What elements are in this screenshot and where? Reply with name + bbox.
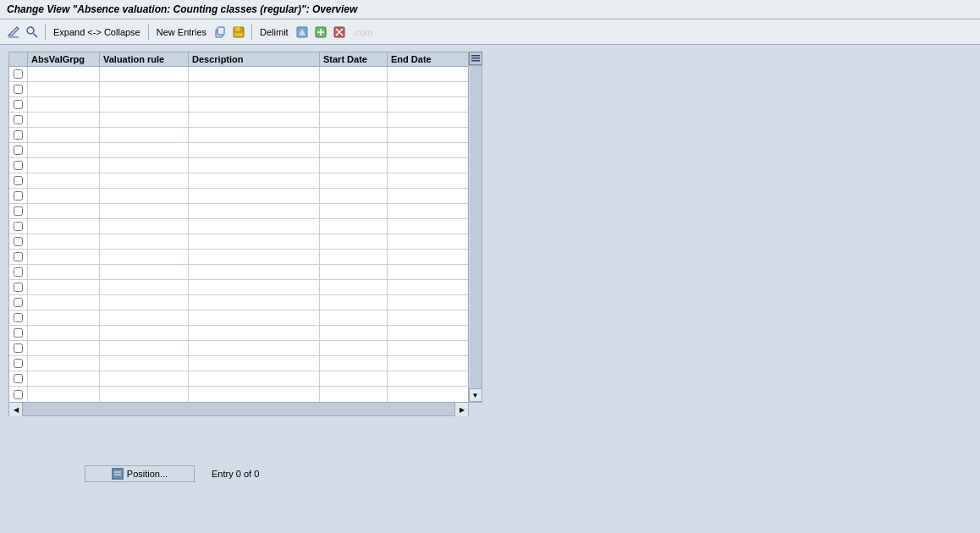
row-checkbox[interactable] xyxy=(9,128,28,142)
row-checkbox[interactable] xyxy=(9,387,28,402)
row-checkbox[interactable] xyxy=(9,173,28,188)
row-checkbox[interactable] xyxy=(9,356,28,371)
cell-desc[interactable] xyxy=(189,356,320,371)
cell-valrule[interactable] xyxy=(100,326,189,340)
cell-valrule[interactable] xyxy=(100,158,189,173)
cell-startdate[interactable] xyxy=(320,326,388,340)
cell-startdate[interactable] xyxy=(320,204,388,218)
cell-enddate[interactable] xyxy=(388,356,454,371)
copy-icon[interactable] xyxy=(212,24,228,41)
cell-desc[interactable] xyxy=(189,265,320,279)
row-checkbox[interactable] xyxy=(9,67,28,81)
cell-startdate[interactable] xyxy=(320,387,388,402)
cell-valrule[interactable] xyxy=(100,128,189,142)
cell-desc[interactable] xyxy=(189,371,320,386)
cell-startdate[interactable] xyxy=(320,356,388,371)
cell-desc[interactable] xyxy=(189,204,320,218)
cell-absvalgrp[interactable] xyxy=(28,143,100,157)
cell-startdate[interactable] xyxy=(320,128,388,142)
cell-absvalgrp[interactable] xyxy=(28,82,100,96)
cell-enddate[interactable] xyxy=(388,265,454,279)
cell-desc[interactable] xyxy=(189,143,320,157)
table-scrollbar[interactable]: ▲ ▼ xyxy=(468,52,482,402)
cell-absvalgrp[interactable] xyxy=(28,67,100,81)
cell-startdate[interactable] xyxy=(320,295,388,310)
table-row[interactable] xyxy=(9,356,468,371)
cell-startdate[interactable] xyxy=(320,234,388,249)
cell-startdate[interactable] xyxy=(320,189,388,203)
cell-desc[interactable] xyxy=(189,158,320,173)
cell-startdate[interactable] xyxy=(320,158,388,173)
cell-valrule[interactable] xyxy=(100,219,189,234)
delimit-button[interactable]: Delimit xyxy=(256,26,292,38)
expand-collapse-button[interactable]: Expand <-> Collapse xyxy=(50,26,144,38)
edit-mode-icon[interactable] xyxy=(5,24,22,41)
row-checkbox[interactable] xyxy=(9,250,28,264)
cell-enddate[interactable] xyxy=(388,387,454,402)
cell-absvalgrp[interactable] xyxy=(28,113,100,127)
row-checkbox[interactable] xyxy=(9,204,28,218)
scroll-down-button[interactable]: ▼ xyxy=(469,388,482,402)
cell-desc[interactable] xyxy=(189,189,320,203)
cell-startdate[interactable] xyxy=(320,341,388,355)
cell-desc[interactable] xyxy=(189,82,320,96)
table-row[interactable] xyxy=(9,280,468,295)
table-row[interactable] xyxy=(9,387,468,402)
cell-valrule[interactable] xyxy=(100,295,189,310)
scroll-left-button[interactable]: ◀ xyxy=(9,403,23,416)
cell-startdate[interactable] xyxy=(320,265,388,279)
cell-desc[interactable] xyxy=(189,250,320,264)
row-checkbox[interactable] xyxy=(9,82,28,96)
cell-startdate[interactable] xyxy=(320,310,388,325)
cell-valrule[interactable] xyxy=(100,356,189,371)
row-checkbox[interactable] xyxy=(9,234,28,249)
scroll-right-button[interactable]: ▶ xyxy=(454,403,468,416)
cell-startdate[interactable] xyxy=(320,250,388,264)
cell-desc[interactable] xyxy=(189,219,320,234)
row-checkbox[interactable] xyxy=(9,158,28,173)
cell-absvalgrp[interactable] xyxy=(28,189,100,203)
cell-valrule[interactable] xyxy=(100,371,189,386)
cell-enddate[interactable] xyxy=(388,250,454,264)
cell-startdate[interactable] xyxy=(320,143,388,157)
row-checkbox[interactable] xyxy=(9,113,28,127)
cell-absvalgrp[interactable] xyxy=(28,295,100,310)
cell-startdate[interactable] xyxy=(320,371,388,386)
table-row[interactable] xyxy=(9,97,468,113)
other-icon-2[interactable] xyxy=(312,24,329,41)
cell-valrule[interactable] xyxy=(100,341,189,355)
cell-absvalgrp[interactable] xyxy=(28,250,100,264)
cell-startdate[interactable] xyxy=(320,219,388,234)
new-entries-button[interactable]: New Entries xyxy=(153,26,210,38)
row-checkbox[interactable] xyxy=(9,265,28,279)
table-row[interactable] xyxy=(9,67,468,82)
cell-enddate[interactable] xyxy=(388,67,454,81)
cell-startdate[interactable] xyxy=(320,82,388,96)
cell-valrule[interactable] xyxy=(100,280,189,294)
cell-desc[interactable] xyxy=(189,341,320,355)
row-checkbox[interactable] xyxy=(9,219,28,234)
column-chooser-button[interactable] xyxy=(469,52,482,65)
cell-desc[interactable] xyxy=(189,310,320,325)
cell-enddate[interactable] xyxy=(388,234,454,249)
cell-startdate[interactable] xyxy=(320,280,388,294)
cell-valrule[interactable] xyxy=(100,250,189,264)
row-checkbox[interactable] xyxy=(9,341,28,355)
cell-enddate[interactable] xyxy=(388,158,454,173)
table-row[interactable] xyxy=(9,310,468,326)
cell-absvalgrp[interactable] xyxy=(28,173,100,188)
cell-enddate[interactable] xyxy=(388,219,454,234)
cell-absvalgrp[interactable] xyxy=(28,265,100,279)
other-icon-1[interactable] xyxy=(294,24,311,41)
cell-desc[interactable] xyxy=(189,280,320,294)
cell-absvalgrp[interactable] xyxy=(28,310,100,325)
cell-desc[interactable] xyxy=(189,97,320,112)
table-row[interactable] xyxy=(9,234,468,250)
cell-absvalgrp[interactable] xyxy=(28,158,100,173)
cell-valrule[interactable] xyxy=(100,204,189,218)
cell-enddate[interactable] xyxy=(388,97,454,112)
cell-absvalgrp[interactable] xyxy=(28,371,100,386)
cell-valrule[interactable] xyxy=(100,113,189,127)
table-row[interactable] xyxy=(9,326,468,341)
cell-valrule[interactable] xyxy=(100,387,189,402)
